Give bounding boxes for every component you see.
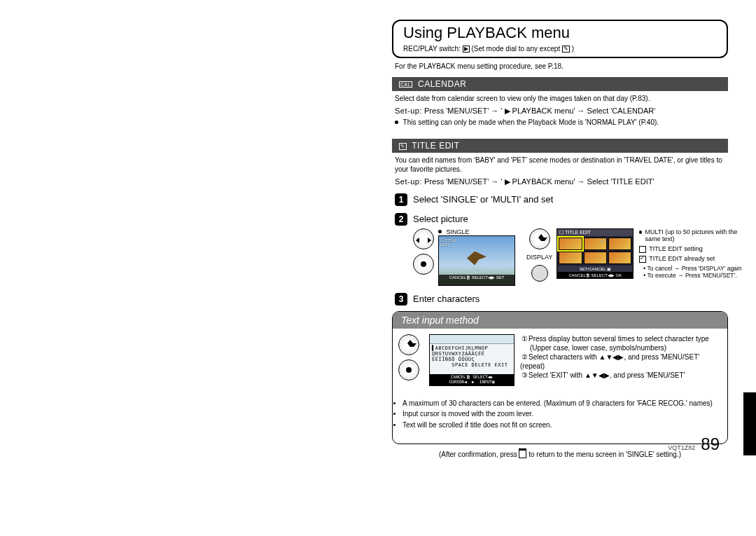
text-input-body: ▌ABCDEFGHIJKLMNOP QRSTUVWXYZÁÂÃÇÉÊ ËËÏÏÑ… xyxy=(393,329,727,392)
multi-heading: MULTI (up to 50 pictures with the same t… xyxy=(639,228,744,244)
ti-r3a: Select 'EXIT' with xyxy=(528,371,584,379)
calendar-section-bar: CAL CALENDAR xyxy=(392,77,728,91)
ti-note: Input cursor is moved with the zoom leve… xyxy=(402,409,720,419)
step-2-text: Select picture xyxy=(413,213,468,224)
ti-screen-bot: CANCEL🗑 SELECT◀▶ CURSOR◀ ▶ INPUT▣ xyxy=(430,374,514,385)
circle-1-icon: ① xyxy=(520,334,528,343)
single-screen-top: ☐ TITLE EDIT xyxy=(440,238,456,247)
multi-setcancel: SET/CANCEL ▣ xyxy=(557,266,633,272)
thumb xyxy=(559,238,582,250)
thumb xyxy=(584,252,607,264)
page-number: 89 xyxy=(701,434,720,454)
dpad-lr-icon xyxy=(413,228,434,249)
ti-dpad-col xyxy=(398,334,419,380)
empty-check-icon xyxy=(639,246,646,253)
dpad-center-icon xyxy=(398,359,419,380)
multi-note-exec: • To execute → Press 'MENU/SET'. xyxy=(643,272,744,279)
ti-r2a: Select characters with xyxy=(528,353,599,361)
step-num-2: 2 xyxy=(395,213,407,226)
single-screen-bar: CANCEL🗑 SELECT◀▶ SET xyxy=(439,275,514,285)
display-button-icon xyxy=(531,265,548,282)
step-3: 3 Enter characters xyxy=(395,293,725,305)
subtitle-end: ) xyxy=(572,45,574,53)
text-input-instructions: ①Press display button several times to s… xyxy=(520,334,722,380)
thumb xyxy=(608,238,631,250)
ti-chars: ABCDEFGHIJKLMNOP QRSTUVWXYZÁÂÃÇÉÊ ËËÏÏÑÓ… xyxy=(432,345,507,368)
dpad-center-icon xyxy=(413,254,434,275)
setup-label2: Set-up: xyxy=(395,177,422,186)
trash-icon xyxy=(519,450,526,458)
calendar-note-text: This setting can only be made when the P… xyxy=(403,118,659,126)
select-picture-row: SINGLE ☐ TITLE EDIT CANCEL🗑 SELECT◀▶ SET… xyxy=(413,228,728,286)
multi-note-cancel: • To cancel → Press 'DISPLAY' again xyxy=(643,265,744,272)
checked-icon xyxy=(639,256,646,263)
calendar-icon: CAL xyxy=(399,81,412,88)
titleedit-section-bar: ✎ TITLE EDIT xyxy=(392,139,728,153)
single-col: SINGLE ☐ TITLE EDIT CANCEL🗑 SELECT◀▶ SET xyxy=(413,228,515,286)
titleedit-icon: ✎ xyxy=(399,143,407,150)
page-subtitle: REC/PLAY switch: ▶ (Set mode dial to any… xyxy=(393,43,727,57)
page-edge-tab xyxy=(743,392,756,455)
clip-mode-icon: ✎ xyxy=(562,46,570,53)
thumb xyxy=(584,238,607,250)
legend-setting-text: TITLE EDIT setting xyxy=(649,245,702,253)
multi-heading-text: MULTI (up to 50 pictures with the same t… xyxy=(645,228,744,244)
legend-already: TITLE EDIT already set xyxy=(639,255,744,263)
ti-note: A maximum of 30 characters can be entere… xyxy=(402,399,720,408)
procedure-ref: For the PLAYBACK menu setting procedure,… xyxy=(395,62,728,70)
text-input-screen: ▌ABCDEFGHIJKLMNOP QRSTUVWXYZÁÂÃÇÉÊ ËËÏÏÑ… xyxy=(429,334,514,386)
subtitle-mid: (Set mode dial to any except xyxy=(471,45,562,53)
step-num-1: 1 xyxy=(395,193,407,206)
dpad-4way-icon xyxy=(398,334,419,355)
step-1-text: Select 'SINGLE' or 'MULTI' and set xyxy=(413,193,553,205)
calendar-text: Select date from calendar screen to view… xyxy=(395,94,725,104)
single-label-text: SINGLE xyxy=(447,228,470,235)
dpad-4way-icon xyxy=(529,228,550,249)
multi-dpad-col: DISPLAY xyxy=(526,228,552,282)
calendar-note: This setting can only be made when the P… xyxy=(395,118,725,126)
display-label: DISPLAY xyxy=(526,254,552,261)
multi-note2-text: To execute → Press 'MENU/SET'. xyxy=(648,272,737,279)
circle-2-icon: ② xyxy=(520,352,528,362)
legend-already-text: TITLE EDIT already set xyxy=(649,255,715,263)
step-1: 1 Select 'SINGLE' or 'MULTI' and set xyxy=(395,193,725,206)
multi-grid xyxy=(557,236,633,266)
subtitle-prefix: REC/PLAY switch: xyxy=(403,45,463,53)
thumb xyxy=(608,252,631,264)
circle-3-icon: ③ xyxy=(520,371,528,380)
thumb xyxy=(559,252,582,264)
single-label: SINGLE xyxy=(438,228,515,235)
ti-screen-chars: ▌ABCDEFGHIJKLMNOP QRSTUVWXYZÁÂÃÇÉÊ ËËÏÏÑ… xyxy=(430,344,514,375)
ti-screen-top xyxy=(430,335,514,344)
doc-code: VQT1Z82 xyxy=(668,444,695,451)
step-3-text: Enter characters xyxy=(413,293,479,304)
step-2: 2 Select picture xyxy=(395,213,725,226)
page-footer: VQT1Z82 89 xyxy=(668,434,720,454)
manual-page: Using PLAYBACK menu REC/PLAY switch: ▶ (… xyxy=(392,20,728,458)
multi-screen-title: ☐ TITLE EDIT xyxy=(557,229,633,236)
setup-label: Set-up: xyxy=(395,106,422,115)
multi-note1-text: To cancel → Press 'DISPLAY' again xyxy=(648,265,742,272)
after-suffix: to return to the menu screen in 'SINGLE'… xyxy=(528,451,681,458)
bullet-icon xyxy=(639,231,642,234)
page-title: Using PLAYBACK menu xyxy=(393,21,727,43)
calendar-label: CALENDAR xyxy=(418,79,466,89)
single-screen-wrap: SINGLE ☐ TITLE EDIT CANCEL🗑 SELECT◀▶ SET xyxy=(438,228,515,286)
ti-note: Text will be scrolled if title does not … xyxy=(402,420,720,430)
multi-screen: ☐ TITLE EDIT SET/CANCEL ▣ CANCEL🗑 SELECT… xyxy=(556,228,634,279)
bird-graphic xyxy=(467,252,486,266)
calendar-setup: Set-up: Press 'MENU/SET' → ' ▶ PLAYBACK … xyxy=(395,106,725,116)
bullet-icon xyxy=(395,121,398,124)
page-title-box: Using PLAYBACK menu REC/PLAY switch: ▶ (… xyxy=(392,20,728,58)
text-input-notes: A maximum of 30 characters can be entere… xyxy=(393,399,727,437)
setup-text: Press 'MENU/SET' → ' ▶ PLAYBACK menu' → … xyxy=(424,106,655,115)
ti-r1: Press display button several times to se… xyxy=(528,335,709,343)
setup-text2: Press 'MENU/SET' → ' ▶ PLAYBACK menu' → … xyxy=(424,177,654,186)
text-input-header: Text input method xyxy=(393,312,727,329)
single-screen: ☐ TITLE EDIT CANCEL🗑 SELECT◀▶ SET xyxy=(438,235,515,286)
multi-legend: MULTI (up to 50 pictures with the same t… xyxy=(639,228,744,280)
bullet-icon xyxy=(438,230,442,233)
titleedit-label: TITLE EDIT xyxy=(412,141,459,151)
arrows-icon: ▲▼◀▶ xyxy=(584,371,610,379)
multi-bar: CANCEL🗑 SELECT◀▶ OK xyxy=(557,272,633,278)
